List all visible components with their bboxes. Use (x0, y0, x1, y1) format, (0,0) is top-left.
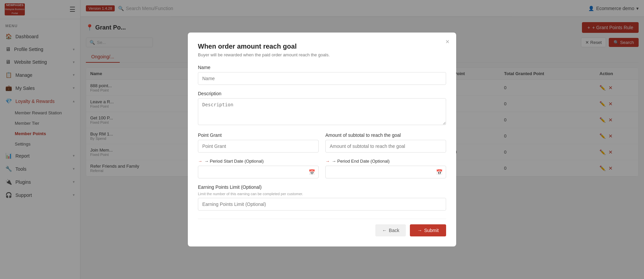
form-row-points: Point Grant Amount of subtotal to reach … (198, 132, 446, 159)
period-end-input-wrap: 📅 (325, 166, 446, 178)
form-group-name: Name (198, 65, 446, 85)
period-end-input[interactable] (325, 166, 446, 178)
point-grant-label: Point Grant (198, 132, 319, 138)
earning-limit-hint: Limit the number of this earning can be … (198, 192, 446, 196)
earning-limit-label: Earning Points Limit (Optional) (198, 184, 446, 190)
back-button[interactable]: ← Back (375, 224, 406, 236)
period-end-label: → → Period End Date (Optional) (325, 159, 446, 164)
modal-footer: ← Back → Submit (198, 219, 446, 236)
description-input[interactable] (198, 98, 446, 125)
name-label: Name (198, 65, 446, 70)
form-row-dates: → → Period Start Date (Optional) 📅 → → P… (198, 159, 446, 184)
modal-dialog: × When order amount reach goal Buyer wil… (188, 33, 456, 246)
modal-subtitle: Buyer will be rewarded when the paid ord… (198, 52, 446, 57)
modal-title: When order amount reach goal (198, 43, 446, 50)
form-group-period-start: → → Period Start Date (Optional) 📅 (198, 159, 319, 178)
submit-button[interactable]: → Submit (410, 224, 446, 236)
form-group-point-grant: Point Grant (198, 132, 319, 153)
point-grant-input[interactable] (198, 140, 319, 153)
period-start-input-wrap: 📅 (198, 166, 319, 178)
modal-close-button[interactable]: × (445, 38, 449, 46)
submit-icon: → (417, 228, 422, 233)
period-start-input[interactable] (198, 166, 319, 178)
form-group-amount: Amount of subtotal to reach the goal (325, 132, 446, 153)
earning-limit-input[interactable] (198, 198, 446, 211)
arrow-icon: → (198, 159, 202, 164)
period-start-label: → → Period Start Date (Optional) (198, 159, 319, 164)
form-group-description: Description (198, 91, 446, 126)
back-label: Back (389, 228, 399, 233)
form-group-period-end: → → Period End Date (Optional) 📅 (325, 159, 446, 178)
modal-overlay[interactable]: × When order amount reach goal Buyer wil… (0, 0, 644, 279)
submit-label: Submit (424, 228, 439, 233)
form-group-earning-limit: Earning Points Limit (Optional) Limit th… (198, 184, 446, 211)
name-input[interactable] (198, 72, 446, 85)
amount-input[interactable] (325, 140, 446, 153)
description-label: Description (198, 91, 446, 96)
back-icon: ← (382, 228, 387, 233)
amount-label: Amount of subtotal to reach the goal (325, 132, 446, 138)
arrow-icon: → (325, 159, 330, 164)
